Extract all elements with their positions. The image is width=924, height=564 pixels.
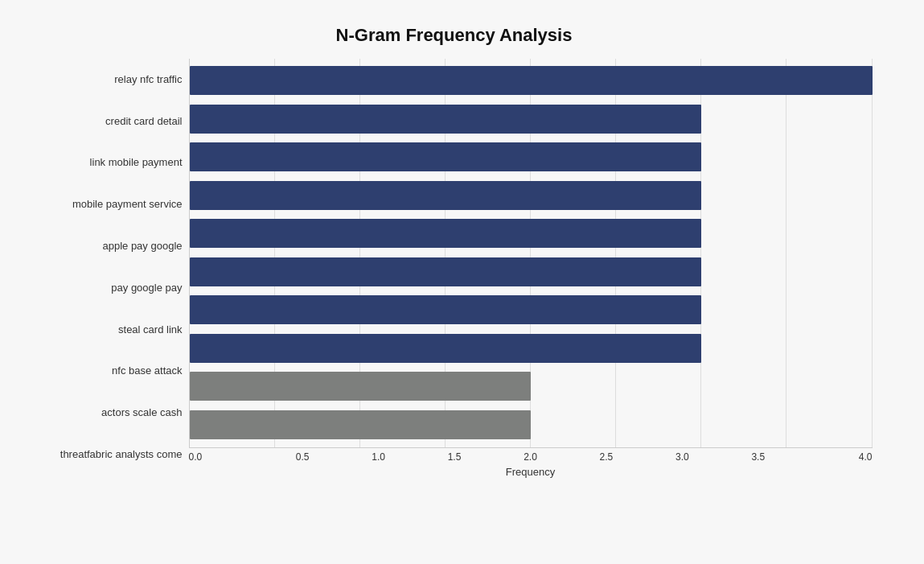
bar-row [190,101,873,137]
x-tick-label: 1.0 [340,451,416,463]
bar [190,410,532,439]
x-tick-label: 0.0 [189,451,265,463]
bar [190,295,702,324]
bar-row [190,368,873,404]
y-axis-label: pay google pay [36,266,189,308]
chart-container: N-Gram Frequency Analysis relay nfc traf… [20,9,905,556]
bar-row [190,178,873,213]
bar-row [190,216,873,251]
y-axis-label: mobile payment service [36,183,189,225]
y-axis-label: apple pay google [36,225,189,267]
bar-row [190,407,873,443]
x-labels: 0.00.51.01.52.02.53.03.54.0 [189,448,873,463]
y-axis-label: nfc base attack [36,350,189,392]
chart-area: relay nfc trafficcredit card detaillink … [36,59,873,477]
bar-row [190,331,873,366]
y-axis-label: actors scale cash [36,392,189,434]
bar [190,334,702,363]
y-axis-label: threatfabric analysts come [36,434,189,475]
bars-and-x: 0.00.51.01.52.02.53.03.54.0 Frequency [189,59,873,477]
bar [190,219,702,248]
y-axis-label: link mobile payment [36,142,189,183]
x-tick-label: 2.5 [569,451,644,463]
bar [190,105,702,134]
bar-row [190,292,873,327]
y-axis-label: relay nfc traffic [36,59,189,101]
chart-title: N-Gram Frequency Analysis [36,25,873,46]
bar [190,66,873,95]
bar [190,257,702,286]
bar [190,372,532,401]
bars-list [190,59,873,447]
x-tick-label: 3.5 [721,451,796,463]
y-axis: relay nfc trafficcredit card detaillink … [36,59,189,477]
y-axis-label: credit card detail [36,100,189,142]
x-axis-title: Frequency [189,466,873,478]
x-tick-label: 4.0 [796,451,872,463]
x-tick-label: 2.0 [492,451,568,463]
bar-row [190,63,873,98]
bar [190,142,702,171]
x-tick-label: 3.0 [644,451,720,463]
bar-row [190,254,873,290]
x-tick-label: 1.5 [417,451,492,463]
bar-row [190,139,873,175]
x-tick-label: 0.5 [265,451,340,463]
bar [190,181,702,210]
bars-wrapper [189,59,873,448]
y-axis-label: steal card link [36,308,189,350]
x-axis: 0.00.51.01.52.02.53.03.54.0 Frequency [189,448,873,477]
